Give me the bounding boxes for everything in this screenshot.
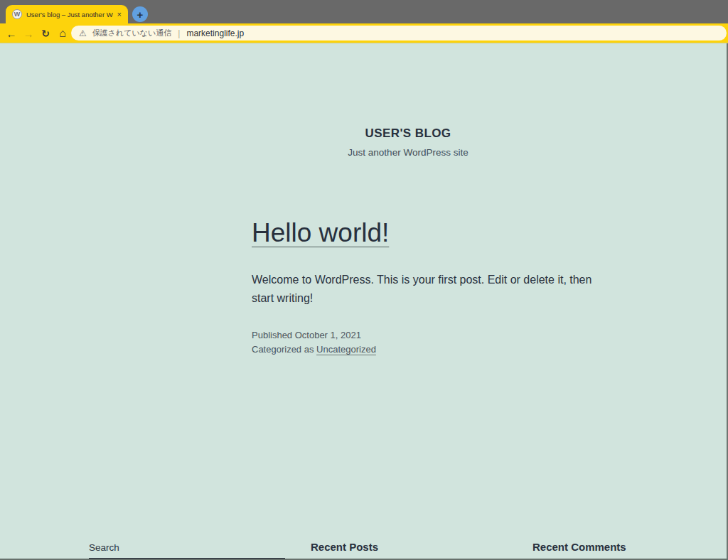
page-viewport: USER'S BLOG Just another WordPress site … xyxy=(0,43,728,560)
post-published-line: Published October 1, 2021 xyxy=(252,328,376,343)
post-title-link[interactable]: Hello world! xyxy=(252,218,389,247)
wordpress-favicon-icon: W xyxy=(12,9,22,19)
reload-icon[interactable]: ↻ xyxy=(38,23,53,43)
tab-close-icon[interactable]: × xyxy=(117,11,122,18)
recent-posts-widget: Recent Posts Hello world! xyxy=(311,541,517,560)
browser-toolbar: ← → ↻ ⌂ ⚠ 保護されていない通信 | marketinglife.jp xyxy=(0,23,728,43)
site-title[interactable]: USER'S BLOG xyxy=(348,126,468,141)
post-article: Hello world! Welcome to WordPress. This … xyxy=(252,216,650,307)
not-secure-warning-icon[interactable]: ⚠ xyxy=(79,29,87,38)
recent-posts-heading: Recent Posts xyxy=(311,541,517,553)
tab-strip: W User's blog – Just another WordP × + xyxy=(0,0,728,23)
recent-comments-widget: Recent Comments A WordPress Commenter on… xyxy=(532,541,724,560)
post-title: Hello world! xyxy=(252,216,650,250)
address-separator: | xyxy=(178,28,180,38)
home-icon[interactable]: ⌂ xyxy=(55,23,70,43)
categorized-prefix: Categorized as xyxy=(252,344,316,355)
browser-window: W User's blog – Just another WordP × + ←… xyxy=(0,0,728,560)
site-header: USER'S BLOG Just another WordPress site xyxy=(348,126,468,158)
not-secure-label: 保護されていない通信 xyxy=(92,28,172,38)
search-label: Search xyxy=(89,542,285,553)
address-url[interactable]: marketinglife.jp xyxy=(186,28,244,38)
post-categorized-line: Categorized as Uncategorized xyxy=(252,343,376,357)
browser-tab[interactable]: W User's blog – Just another WordP × xyxy=(6,5,128,23)
site-tagline: Just another WordPress site xyxy=(348,147,468,158)
search-widget: Search Search xyxy=(89,542,285,560)
recent-comments-heading: Recent Comments xyxy=(532,541,724,553)
forward-icon: → xyxy=(21,23,36,43)
post-meta: Published October 1, 2021 Categorized as… xyxy=(252,328,376,356)
new-tab-button[interactable]: + xyxy=(132,6,148,22)
back-icon[interactable]: ← xyxy=(4,23,18,43)
tab-title: User's blog – Just another WordP xyxy=(26,11,113,18)
post-body: Welcome to WordPress. This is your first… xyxy=(252,271,650,307)
address-bar[interactable]: ⚠ 保護されていない通信 | marketinglife.jp xyxy=(71,26,727,41)
category-link[interactable]: Uncategorized xyxy=(316,344,376,355)
